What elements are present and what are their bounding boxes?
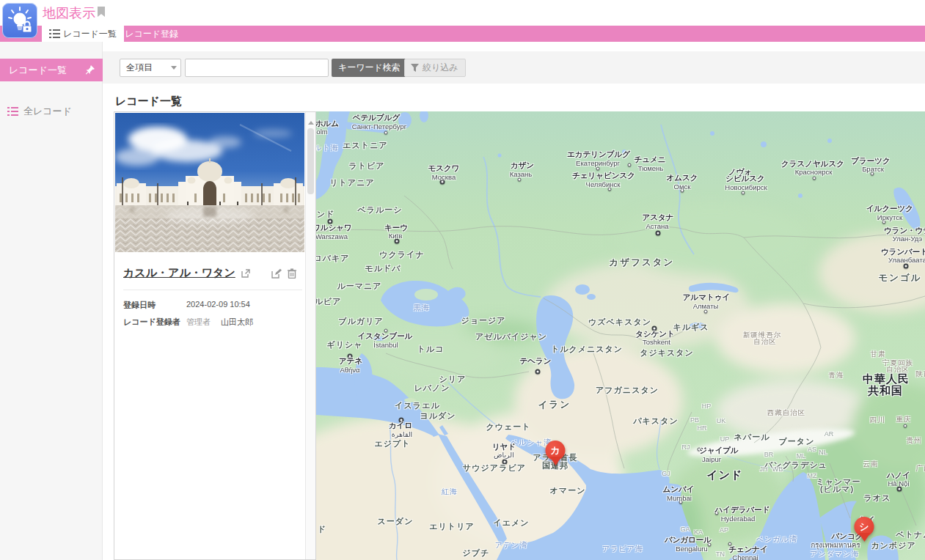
list-scrollbar[interactable]	[305, 112, 315, 559]
field-value-muted: 管理者	[186, 317, 211, 328]
field-label: 登録日時	[123, 300, 186, 311]
keyword-search-input[interactable]	[185, 59, 329, 77]
record-title-link[interactable]: カスル・アル・ワタン	[123, 266, 235, 280]
keyword-search-button[interactable]: キーワード検索	[332, 59, 407, 77]
sidebar: レコード一覧 全レコード	[0, 42, 103, 560]
record-list-panel: カスル・アル・ワタン 登録日時 2024-02-09 10:54 レコード登録者…	[114, 111, 316, 560]
field-row-creator: レコード登録者 管理者 山田太郎	[123, 317, 253, 328]
map-marker-pin[interactable]: カ	[546, 441, 566, 471]
plus-icon: +	[116, 26, 122, 41]
map-canvas[interactable]: ペテルブルグСанкт-Петербургホルムolmルト海エストニアラトビアリ…	[316, 111, 925, 560]
page-title: 地図表示	[43, 4, 95, 22]
map-marker-label: カ	[546, 441, 566, 460]
map-terrain	[316, 111, 925, 560]
scrollbar-thumb[interactable]	[307, 128, 314, 194]
field-select[interactable]: 全項目	[120, 59, 181, 77]
sidebar-item-all-records[interactable]: 全レコード	[7, 105, 72, 118]
scroll-up-arrow-icon[interactable]	[308, 118, 314, 125]
list-icon	[49, 29, 60, 38]
record-title-row: カスル・アル・ワタン	[123, 266, 296, 280]
tab-label: レコード登録	[125, 26, 178, 42]
delete-icon[interactable]	[288, 268, 296, 279]
map-marker-label: シ	[855, 517, 874, 537]
list-icon	[7, 107, 18, 116]
edit-icon[interactable]	[271, 268, 282, 279]
top-header: 地図表示	[0, 0, 925, 26]
field-select-value: 全項目	[126, 62, 153, 73]
field-label: レコード登録者	[123, 317, 186, 328]
tab-record-add[interactable]: + レコード登録	[109, 26, 186, 42]
filter-button[interactable]: 絞り込み	[404, 59, 466, 77]
chevron-down-icon	[171, 66, 177, 73]
list-heading: レコード一覧	[115, 95, 182, 108]
sidebar-header: レコード一覧	[0, 59, 103, 81]
card-divider	[123, 290, 302, 290]
field-row-created: 登録日時 2024-02-09 10:54	[123, 300, 250, 311]
tab-bar: レコード一覧 + レコード登録	[0, 26, 925, 42]
map-marker-pin[interactable]: シ	[855, 517, 874, 548]
sidebar-header-label: レコード一覧	[9, 65, 67, 75]
app-window: 地図表示 レコード一覧 + レコード登録	[0, 0, 925, 560]
filter-button-label: 絞り込み	[423, 62, 458, 73]
app-icon[interactable]	[2, 3, 37, 38]
bookmark-icon[interactable]	[98, 7, 105, 17]
record-photo[interactable]	[115, 113, 304, 252]
funnel-icon	[411, 64, 419, 72]
sidebar-item-label: 全レコード	[23, 105, 72, 118]
external-link-icon[interactable]	[241, 269, 250, 278]
search-toolbar: 全項目 キーワード検索 絞り込み	[103, 51, 925, 84]
lightbulb-lock-icon	[2, 3, 37, 38]
pushpin-icon[interactable]	[85, 65, 95, 75]
field-value: 山田太郎	[221, 317, 253, 328]
field-value: 2024-02-09 10:54	[186, 300, 250, 311]
